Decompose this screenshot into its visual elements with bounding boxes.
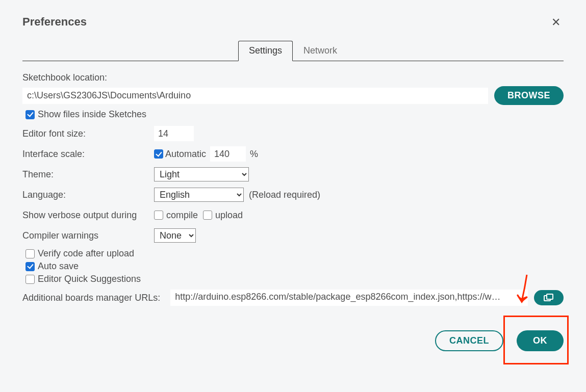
interface-scale-label: Interface scale: xyxy=(22,149,154,160)
ok-button[interactable]: OK xyxy=(517,330,564,351)
sketchbook-label: Sketchbook location: xyxy=(22,72,564,83)
autosave-checkbox[interactable] xyxy=(26,262,35,271)
autosave-label: Auto save xyxy=(38,261,79,272)
compile-checkbox[interactable] xyxy=(154,211,163,220)
quick-suggestions-checkbox[interactable] xyxy=(26,275,35,284)
urls-label: Additional boards manager URLs: xyxy=(22,293,160,303)
svg-rect-1 xyxy=(547,294,553,299)
dialog-title: Preferences xyxy=(22,15,564,29)
font-size-label: Editor font size: xyxy=(22,128,154,139)
show-files-label: Show files inside Sketches xyxy=(38,109,146,120)
window-icon xyxy=(544,294,554,302)
language-label: Language: xyxy=(22,190,154,200)
tabs: Settings Network xyxy=(22,41,564,61)
language-select[interactable]: English xyxy=(154,188,244,202)
language-hint: (Reload required) xyxy=(249,190,320,200)
warnings-label: Compiler warnings xyxy=(22,230,154,241)
show-files-checkbox[interactable] xyxy=(26,110,35,119)
interface-auto-label: Automatic xyxy=(165,149,206,160)
settings-panel: Sketchbook location: BROWSE Show files i… xyxy=(22,72,564,306)
close-icon: ✕ xyxy=(551,16,560,29)
interface-scale-input[interactable] xyxy=(210,146,246,162)
sketchbook-path-input[interactable] xyxy=(22,88,488,104)
warnings-select[interactable]: None xyxy=(154,228,196,243)
tab-settings[interactable]: Settings xyxy=(238,41,293,61)
browse-button[interactable]: BROWSE xyxy=(494,86,564,105)
footer-buttons: CANCEL OK xyxy=(435,330,564,351)
cancel-button[interactable]: CANCEL xyxy=(435,330,503,351)
font-size-input[interactable] xyxy=(154,126,194,141)
theme-select[interactable]: Light xyxy=(154,167,249,181)
percent-label: % xyxy=(250,149,258,160)
urls-input[interactable]: http://arduino.esp8266.com/stable/packag… xyxy=(170,290,528,306)
verify-checkbox[interactable] xyxy=(26,249,35,258)
urls-expand-button[interactable] xyxy=(534,290,564,305)
compile-label: compile xyxy=(166,210,198,221)
quick-suggestions-label: Editor Quick Suggestions xyxy=(38,274,141,284)
preferences-dialog: Preferences ✕ Settings Network Sketchboo… xyxy=(0,0,586,392)
theme-label: Theme: xyxy=(22,169,154,180)
upload-checkbox[interactable] xyxy=(203,211,212,220)
verify-label: Verify code after upload xyxy=(38,248,134,259)
verbose-label: Show verbose output during xyxy=(22,210,154,221)
tab-network[interactable]: Network xyxy=(293,41,348,61)
close-button[interactable]: ✕ xyxy=(548,16,564,29)
upload-label: upload xyxy=(215,210,243,221)
interface-auto-checkbox[interactable] xyxy=(154,149,163,159)
